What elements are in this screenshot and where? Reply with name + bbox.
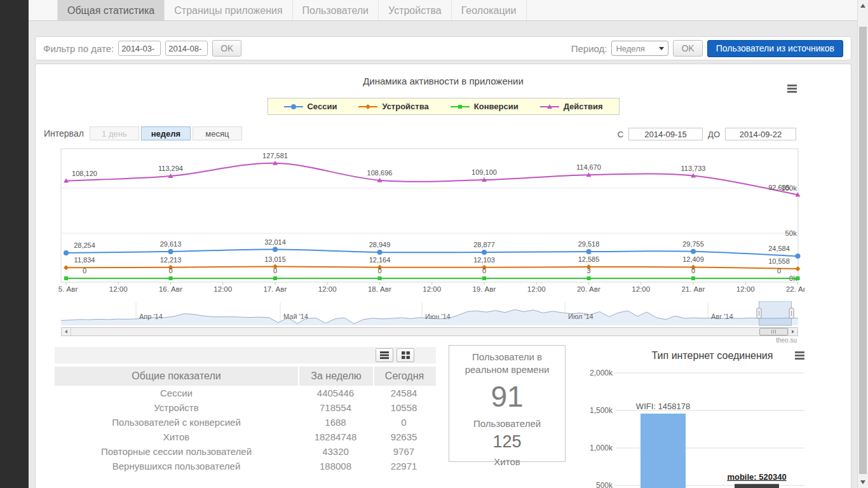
range-to-input[interactable] xyxy=(725,128,796,140)
caret-down-icon xyxy=(659,47,664,50)
svg-text:114,670: 114,670 xyxy=(576,163,601,171)
scroll-up-icon[interactable] xyxy=(860,4,865,8)
sources-button[interactable]: Пользователи из источников xyxy=(707,40,843,57)
svg-text:28,254: 28,254 xyxy=(74,241,95,249)
table-cell: 1688 xyxy=(298,415,373,430)
date-filter-group: Фильтр по дате: OK xyxy=(43,40,241,57)
table-cell: 92635 xyxy=(373,430,435,444)
svg-text:0: 0 xyxy=(691,267,695,274)
table-cell: 24584 xyxy=(373,386,435,400)
svg-text:109,100: 109,100 xyxy=(471,168,497,176)
legend-item-devices[interactable]: Устройства xyxy=(348,102,439,111)
grid-view-button[interactable] xyxy=(397,348,414,362)
tab-users[interactable]: Пользователи xyxy=(293,0,379,20)
svg-text:20. Авг: 20. Авг xyxy=(577,285,600,293)
svg-text:12:00: 12:00 xyxy=(736,285,755,293)
interval-button-day: 1 день xyxy=(90,126,139,140)
browser-scrollbar[interactable] xyxy=(857,0,868,488)
svg-text:12:00: 12:00 xyxy=(423,285,441,293)
interval-buttons: 1 деньнеделямесяц xyxy=(90,126,244,140)
tab-geolocation[interactable]: Геолокации xyxy=(452,0,527,20)
svg-text:50k: 50k xyxy=(785,229,797,237)
tab-devices[interactable]: Устройства xyxy=(379,0,452,20)
table-row: Хитов1828474892635 xyxy=(55,430,436,444)
legend-marker-icon xyxy=(540,104,559,110)
svg-text:12,103: 12,103 xyxy=(473,256,495,264)
scroll-right-icon[interactable] xyxy=(788,328,797,336)
svg-text:500k: 500k xyxy=(596,481,613,488)
chart-legend: СессииУстройстваКонверсииДействия xyxy=(267,98,619,115)
svg-text:29,613: 29,613 xyxy=(160,240,182,248)
scroll-down-icon[interactable] xyxy=(860,480,865,484)
period-ok-button[interactable]: OK xyxy=(673,40,702,57)
table-row: Устройств71855410558 xyxy=(55,400,436,415)
date-from-input[interactable] xyxy=(118,41,161,56)
navigator-scrollbar-thumb[interactable] xyxy=(759,328,788,336)
date-to-input[interactable] xyxy=(165,41,208,56)
svg-text:12,409: 12,409 xyxy=(682,255,704,263)
svg-text:0: 0 xyxy=(377,267,381,274)
svg-text:12:00: 12:00 xyxy=(109,285,128,293)
grid-view-icon xyxy=(402,351,410,359)
period-select-value: Неделя xyxy=(616,44,644,53)
tab-app-pages[interactable]: Страницы приложения xyxy=(165,0,292,20)
svg-text:21. Авг: 21. Авг xyxy=(681,285,705,293)
navigator-scrollbar[interactable] xyxy=(61,327,798,336)
svg-text:16. Авг: 16. Авг xyxy=(159,285,182,293)
connection-chart-header: Тип интернет соединения xyxy=(585,350,839,364)
svg-text:32,014: 32,014 xyxy=(264,238,286,246)
table-row: Вернувшихся пользователей18800822971 xyxy=(55,459,436,473)
svg-text:3: 3 xyxy=(587,267,590,274)
browser-scrollbar-thumb[interactable] xyxy=(859,27,867,474)
table-row: Сессии440544624584 xyxy=(55,386,436,400)
svg-text:29,518: 29,518 xyxy=(578,240,600,248)
svg-text:11,834: 11,834 xyxy=(74,256,95,264)
table-cell: 10558 xyxy=(373,400,435,415)
table-cell: Вернувшихся пользователей xyxy=(55,459,298,473)
legend-item-actions[interactable]: Действия xyxy=(529,102,614,111)
svg-text:12,164: 12,164 xyxy=(369,256,391,264)
svg-text:18. Авг: 18. Авг xyxy=(368,285,391,293)
tab-general-stats[interactable]: Общая статистика xyxy=(57,0,165,20)
sidebar xyxy=(0,0,29,488)
activity-chart: 15. Авг12:0016. Авг12:0017. Авг12:0018. … xyxy=(58,144,804,302)
svg-text:28,949: 28,949 xyxy=(369,241,391,248)
table-cell: 18284748 xyxy=(298,430,373,444)
chart-menu-icon[interactable] xyxy=(787,85,797,94)
interval-button-week[interactable]: неделя xyxy=(141,126,191,140)
range-from-input[interactable] xyxy=(628,128,703,140)
legend-item-sessions[interactable]: Сессии xyxy=(273,102,348,111)
svg-text:1,500k: 1,500k xyxy=(590,406,613,415)
range-from-label: С xyxy=(618,130,623,139)
navigator-chart[interactable]: Апр '14Май '14Июн '14Июл '14Авг '14 xyxy=(58,301,804,327)
svg-text:1,000k: 1,000k xyxy=(590,444,613,452)
svg-text:24,584: 24,584 xyxy=(768,245,790,252)
period-select[interactable]: Неделя xyxy=(611,41,668,56)
period-label: Период: xyxy=(571,43,607,54)
svg-text:92,635: 92,635 xyxy=(768,184,790,191)
list-view-button[interactable] xyxy=(376,348,393,362)
bar-WIFI[interactable] xyxy=(641,414,686,488)
svg-text:12,213: 12,213 xyxy=(160,256,182,264)
scroll-left-icon[interactable] xyxy=(62,328,71,336)
range-row: С ДО xyxy=(618,128,796,140)
svg-text:113,294: 113,294 xyxy=(158,165,183,172)
svg-text:28,877: 28,877 xyxy=(473,241,495,248)
bar-mobile[interactable] xyxy=(735,484,779,488)
svg-text:108,120: 108,120 xyxy=(72,170,97,177)
date-filter-ok-button[interactable]: OK xyxy=(212,40,241,57)
table-column-header: Сегодня xyxy=(373,367,435,386)
svg-text:Май '14: Май '14 xyxy=(283,313,308,320)
legend-marker-icon xyxy=(358,104,377,110)
interval-button-month[interactable]: месяц xyxy=(193,126,242,140)
list-view-icon xyxy=(380,351,389,359)
table-row: Пользователей с конверсией16880 xyxy=(55,415,436,430)
legend-item-conversions[interactable]: Конверсии xyxy=(440,102,529,111)
svg-text:19. Авг: 19. Авг xyxy=(472,285,496,293)
navigator-selection[interactable] xyxy=(759,301,792,325)
connection-chart-menu-icon[interactable] xyxy=(795,351,804,361)
svg-text:0: 0 xyxy=(482,267,486,274)
realtime-users-label: Пользователей xyxy=(449,418,565,429)
activity-chart-title: Динамика активности в приложении xyxy=(36,76,851,86)
legend-marker-icon xyxy=(451,104,470,110)
